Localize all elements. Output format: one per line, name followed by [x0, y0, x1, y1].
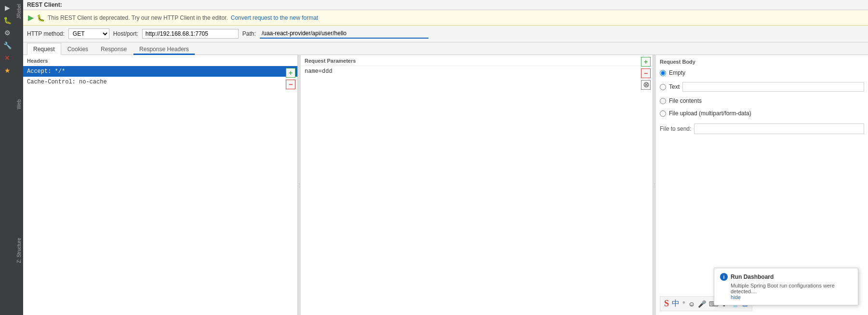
params-body[interactable]: name=ddd [301, 66, 653, 315]
params-remove-button[interactable]: − [641, 68, 651, 78]
ime-dot-icon[interactable]: ° [682, 300, 685, 308]
body-text-radio[interactable] [660, 84, 666, 90]
header-row-accept[interactable]: Accept: */* [23, 66, 297, 77]
tab-response-headers[interactable]: Response Headers [133, 43, 195, 55]
headers-add-button[interactable]: + [286, 68, 295, 78]
body-panel-title: Request Body [660, 59, 864, 65]
body-option-empty[interactable]: Empty [660, 68, 864, 77]
path-label: Path: [242, 30, 256, 37]
debug-icon[interactable]: 🐛 [1, 14, 13, 26]
file-input-box[interactable] [694, 123, 864, 134]
method-label: HTTP method: [27, 30, 65, 37]
body-file-contents-label: File contents [669, 97, 702, 104]
run-dashboard-popup: i Run Dashboard Multiple Spring Boot run… [714, 268, 858, 305]
tabs-bar: Request Cookies Response Response Header… [23, 42, 868, 55]
body-text-label: Text [669, 83, 680, 90]
sidebar: ▶ 🐛 ⚙ 🔧 ✕ ★ [0, 0, 14, 315]
ime-sogou-icon[interactable]: S [664, 299, 669, 309]
tab-response[interactable]: Response [94, 43, 133, 55]
params-controls: + − ⊗ [641, 57, 651, 90]
params-clear-button[interactable]: ⊗ [641, 80, 651, 90]
popup-info-icon: i [720, 273, 728, 281]
bug-notice-icon: 🐛 [37, 14, 45, 22]
ime-chinese-icon[interactable]: 中 [672, 299, 680, 309]
ime-emoji-icon[interactable]: ☺ [688, 300, 695, 308]
run-notice-icon: ▶ [28, 13, 34, 22]
header-row-cache-control[interactable]: Cache-Control: no-cache [23, 77, 297, 87]
params-panel: Request Parameters name=ddd + − ⊗ [301, 55, 653, 315]
main-content: REST Client: ▶ 🐛 This REST Client is dep… [23, 0, 868, 315]
file-to-send-row: File to send: [660, 122, 864, 134]
body-file-upload-label: File upload (multipart/form-data) [669, 110, 751, 117]
web-label[interactable]: Web [15, 96, 23, 113]
body-text-input[interactable] [682, 82, 864, 92]
title-bar: REST Client: [23, 0, 868, 10]
panels: Headers Accept: */* Cache-Control: no-ca… [23, 55, 868, 315]
star-icon[interactable]: ★ [1, 65, 13, 76]
convert-link[interactable]: Convert request to the new format [231, 14, 318, 21]
headers-panel-body: Accept: */* Cache-Control: no-cache + − [23, 66, 297, 315]
body-empty-label: Empty [669, 69, 685, 76]
headers-remove-button[interactable]: − [286, 80, 295, 89]
body-option-text[interactable]: Text [660, 81, 864, 93]
deprecation-text: This REST Client is deprecated. Try our … [48, 14, 228, 21]
close-icon[interactable]: ✕ [1, 52, 13, 64]
http-controls: HTTP method: GET POST PUT DELETE PATCH H… [23, 26, 868, 42]
tab-cookies[interactable]: Cookies [61, 43, 94, 55]
path-input[interactable] [260, 29, 428, 39]
body-option-file-upload[interactable]: File upload (multipart/form-data) [660, 109, 864, 118]
headers-panel-title: Headers [23, 55, 297, 66]
body-file-contents-radio[interactable] [660, 98, 666, 104]
ime-mic-icon[interactable]: 🎤 [698, 300, 706, 308]
popup-text: Multiple Spring Boot run configurations … [731, 283, 852, 294]
headers-panel-controls: + − [286, 68, 295, 89]
rest-client-title: REST Client: [27, 1, 62, 8]
body-empty-radio[interactable] [660, 70, 666, 76]
host-label: Host/port: [113, 30, 138, 37]
params-panel-title: Request Parameters [301, 55, 653, 66]
popup-title-text: Run Dashboard [731, 274, 774, 280]
run-icon[interactable]: ▶ [1, 2, 13, 14]
popup-hide-link[interactable]: hide [731, 294, 852, 300]
params-add-button[interactable]: + [641, 57, 651, 67]
settings-icon[interactable]: ⚙ [1, 27, 13, 39]
tool-icon[interactable]: 🔧 [1, 40, 13, 51]
vertical-labels: JRebel Web Z: Structure [14, 0, 23, 315]
file-to-send-label: File to send: [660, 125, 691, 132]
jrebel-label[interactable]: JRebel [15, 0, 23, 23]
tab-request[interactable]: Request [27, 43, 61, 55]
method-select[interactable]: GET POST PUT DELETE PATCH HEAD OPTIONS [68, 28, 109, 39]
headers-panel: Headers Accept: */* Cache-Control: no-ca… [23, 55, 298, 315]
popup-title: i Run Dashboard [720, 273, 852, 281]
body-option-file-contents[interactable]: File contents [660, 96, 864, 105]
deprecation-notice: ▶ 🐛 This REST Client is deprecated. Try … [23, 10, 868, 26]
structure-label[interactable]: Z: Structure [15, 234, 23, 267]
host-input[interactable] [142, 29, 239, 39]
body-file-upload-radio[interactable] [660, 110, 666, 117]
